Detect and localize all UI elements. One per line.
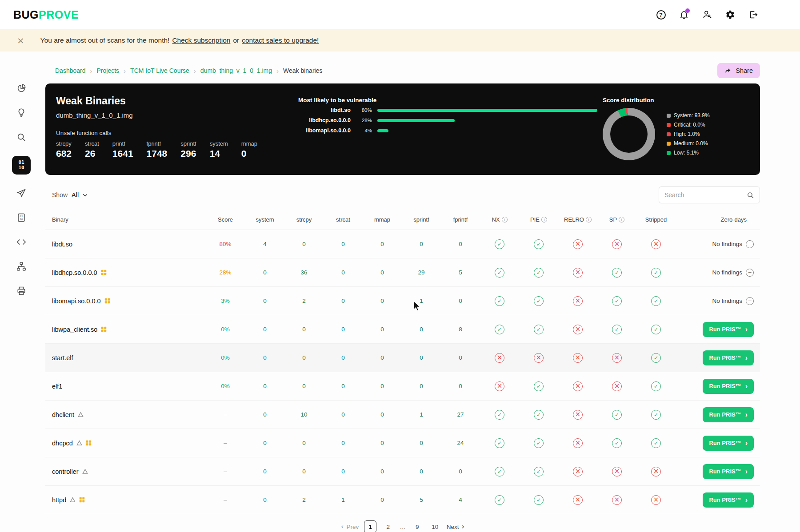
prev-page-button[interactable]: ‹Prev [341, 523, 359, 530]
table-row[interactable]: httpd – 021054✓✓×××Run PRIS™› [45, 486, 760, 514]
check-circle-icon: ✓ [651, 438, 661, 448]
count-cell: 0 [441, 354, 480, 361]
flag-cell: × [558, 268, 597, 278]
sidebar-item-weak-binaries[interactable]: 0110 [12, 156, 31, 175]
next-page-button[interactable]: Next› [447, 523, 464, 530]
run-pris-button[interactable]: Run PRIS™› [703, 492, 754, 508]
brand-logo-prove: PROVE [39, 8, 79, 21]
count-cell: 29 [402, 269, 441, 276]
info-icon[interactable]: i [541, 217, 547, 222]
flag-cell: ✓ [480, 239, 519, 249]
count-cell: 0 [363, 440, 402, 446]
table-row[interactable]: elf1 0% 000000×✓××✓Run PRIS™› [45, 372, 760, 401]
column-header-mmap: mmap [363, 216, 402, 223]
page-button-10[interactable]: 10 [429, 520, 441, 532]
sidebar-item-insights[interactable] [12, 107, 31, 119]
count-cell: 0 [441, 298, 480, 304]
count-cell: 0 [402, 383, 441, 389]
run-pris-button[interactable]: Run PRIS™› [703, 350, 754, 365]
page-button-1[interactable]: 1 [364, 520, 376, 532]
gear-icon[interactable] [724, 9, 736, 20]
table-row[interactable]: libwpa_client.so 0% 000008✓✓×✓✓Run PRIS™… [45, 315, 760, 344]
column-header-strcpy: strcpy [284, 216, 324, 223]
info-icon[interactable]: i [502, 217, 508, 222]
sidebar-item-code-analysis[interactable] [12, 236, 31, 248]
info-icon[interactable]: i [619, 217, 624, 222]
info-icon[interactable]: i [586, 217, 592, 222]
check-subscription-link[interactable]: Check subscription [172, 36, 230, 44]
count-cell: 5 [441, 269, 480, 276]
account-key-icon[interactable] [701, 9, 713, 20]
help-icon[interactable]: ? [655, 9, 667, 20]
flag-cell: ✓ [636, 353, 676, 363]
sign-out-icon[interactable] [748, 9, 759, 20]
unsafe-calls-title: Unsafe function calls [56, 130, 298, 136]
check-circle-icon: ✓ [651, 268, 661, 278]
search-icon[interactable] [747, 191, 754, 199]
check-circle-icon: ✓ [534, 467, 544, 476]
flag-cell: × [519, 353, 558, 363]
breadcrumb-link[interactable]: dumb_thing_v_1_0_1.img [200, 67, 272, 74]
run-pris-button[interactable]: Run PRIS™› [703, 407, 754, 422]
run-pris-button[interactable]: Run PRIS™› [703, 464, 754, 479]
sidebar-item-publish[interactable] [12, 187, 31, 199]
count-cell: 10 [284, 411, 324, 418]
run-pris-button[interactable]: Run PRIS™› [703, 436, 754, 451]
count-cell: 0 [402, 326, 441, 333]
flag-cell: ✓ [636, 268, 676, 278]
table-row[interactable]: libdt.so 80% 400000✓✓×××No findings− [45, 230, 760, 258]
unsafe-stat-printf: printf1641 [112, 140, 133, 159]
breadcrumb-link[interactable]: Dashboard [55, 67, 86, 74]
flag-cell: ✓ [519, 438, 558, 448]
pie-chart-icon [16, 83, 26, 93]
show-filter-dropdown[interactable]: Show All [52, 191, 88, 199]
count-cell: 0 [284, 468, 324, 475]
count-cell: 24 [441, 440, 480, 446]
column-header-system: system [245, 216, 284, 223]
check-circle-icon: ✓ [612, 296, 622, 306]
breadcrumb-link[interactable]: TCM IoT Live Course [130, 67, 189, 74]
sidebar-item-scan-search[interactable] [12, 131, 31, 143]
binary-icon: 0110 [12, 156, 31, 175]
x-circle-icon: × [495, 381, 504, 391]
x-circle-icon: × [573, 381, 583, 391]
sidebar-item-dashboard[interactable] [12, 83, 31, 94]
check-circle-icon: ✓ [651, 410, 661, 420]
count-cell: 0 [441, 468, 480, 475]
chevron-right-icon: › [462, 523, 464, 530]
run-pris-button[interactable]: Run PRIS™› [703, 379, 754, 394]
table-row[interactable]: libomapi.so.0.0.0 3% 020010✓✓×✓✓No findi… [45, 287, 760, 315]
chevron-right-icon: › [745, 468, 748, 475]
table-row[interactable]: start.elf 0% 000000××××✓Run PRIS™› [45, 344, 760, 372]
flag-cell: ✓ [636, 438, 676, 448]
table-row[interactable]: dhcpcd – 0000024✓✓×✓✓Run PRIS™› [45, 429, 760, 457]
flag-cell: ✓ [480, 325, 519, 334]
page-button-2[interactable]: 2 [382, 520, 394, 532]
share-button[interactable]: Share [717, 63, 760, 78]
page-button-9[interactable]: 9 [411, 520, 424, 532]
table-row[interactable]: libdhcp.so.0.0.0 28% 03600295✓✓×✓✓No fin… [45, 258, 760, 287]
binary-name: dhcpcd [45, 440, 205, 447]
flag-cell: × [597, 353, 636, 363]
share-icon [724, 67, 732, 74]
score-cell: 0% [205, 383, 245, 389]
count-cell: 1 [402, 411, 441, 418]
sidebar-item-print[interactable] [12, 285, 31, 297]
flag-cell: ✓ [519, 325, 558, 334]
contact-sales-link[interactable]: contact sales to upgrade! [242, 36, 319, 44]
lightbulb-icon [16, 108, 26, 118]
table-row[interactable]: dhclient – 01000127✓✓×✓✓Run PRIS™› [45, 401, 760, 429]
run-pris-button[interactable]: Run PRIS™› [703, 322, 754, 337]
count-cell: 0 [284, 354, 324, 361]
unsafe-stat-mmap: mmap0 [241, 140, 257, 159]
table-row[interactable]: controller – 000000✓✓×××Run PRIS™› [45, 457, 760, 486]
check-circle-icon: ✓ [495, 410, 504, 420]
legend-item-high: High: 1.0% [667, 131, 710, 137]
banner-close-icon[interactable]: × [17, 36, 24, 45]
bell-icon[interactable] [678, 9, 690, 20]
breadcrumb-link[interactable]: Projects [97, 67, 120, 74]
sidebar-item-binary-file[interactable]: 0110 [12, 212, 31, 223]
flag-cell: ✓ [636, 296, 676, 306]
search-input[interactable] [664, 191, 747, 199]
sidebar-item-structure[interactable] [12, 261, 31, 272]
